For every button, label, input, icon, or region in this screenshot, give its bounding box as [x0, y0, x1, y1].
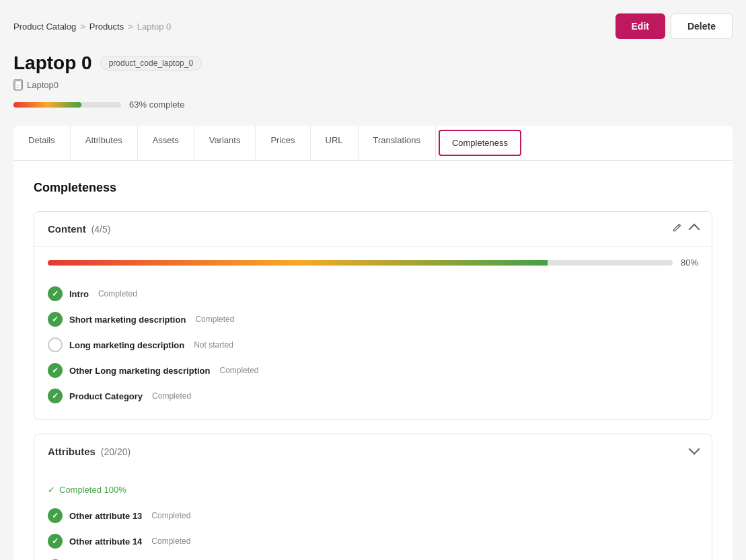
attributes-card-icons [690, 445, 698, 458]
tab-completeness[interactable]: Completeness [439, 130, 521, 156]
tabs: Details Attributes Assets Variants Price… [13, 126, 733, 161]
content-collapse-icon[interactable] [690, 223, 698, 235]
item-status-other-long-marketing: Completed [219, 366, 258, 375]
item-status-short-marketing: Completed [195, 315, 234, 324]
breadcrumb-products[interactable]: Products [89, 22, 124, 32]
product-title: Laptop 0 [13, 52, 92, 74]
content-item-short-marketing: Short marketing description Completed [48, 307, 698, 332]
attributes-collapse-icon[interactable] [690, 445, 698, 458]
status-complete-icon [48, 389, 63, 403]
content-card: Content (4/5) [34, 211, 712, 420]
item-status-long-marketing: Not started [194, 340, 233, 350]
attributes-card-body: ✓ Completed 100% Other attribute 13 Comp… [34, 469, 712, 560]
content-card-body: 80% Intro Completed Short marketing desc… [34, 247, 712, 419]
attributes-card-count: (20/20) [101, 446, 130, 457]
breadcrumb-current: Laptop 0 [137, 22, 172, 32]
attr-item-13: Other attribute 13 Completed [48, 503, 698, 528]
content-item-product-category: Product Category Completed [48, 383, 698, 409]
attr-item-15: Other attribute 15 Completed [48, 554, 698, 560]
content-progress-fill [48, 260, 548, 266]
item-name-product-category: Product Category [69, 391, 143, 401]
breadcrumb: Product Catalog > Products > Laptop 0 [13, 22, 171, 32]
status-complete-icon [48, 508, 63, 523]
overall-progress-label: 63% complete [129, 99, 184, 110]
content-card-icons [671, 223, 698, 235]
item-name-other-long-marketing: Other Long marketing description [69, 366, 210, 376]
content-progress-row: 80% [48, 257, 698, 268]
check-icon: ✓ [48, 485, 55, 495]
content-item-intro: Intro Completed [48, 281, 698, 307]
content-item-other-long-marketing: Other Long marketing description Complet… [48, 358, 698, 383]
tab-details[interactable]: Details [13, 126, 71, 160]
breadcrumb-sep1: > [80, 22, 85, 32]
item-status-intro: Completed [98, 289, 137, 298]
attributes-card-title: Attributes [48, 446, 96, 457]
content-item-long-marketing: Long marketing description Not started [48, 332, 698, 358]
edit-button[interactable]: Edit [616, 13, 665, 39]
status-complete-icon [48, 286, 63, 301]
attr-item-14: Other attribute 14 Completed [48, 528, 698, 554]
overall-progress-fill [13, 102, 81, 108]
item-name-short-marketing: Short marketing description [69, 315, 186, 325]
file-icon [13, 79, 23, 90]
tab-assets[interactable]: Assets [138, 126, 194, 160]
tab-url[interactable]: URL [311, 126, 359, 160]
page-title: Completeness [34, 181, 712, 195]
item-name-attr-14: Other attribute 14 [69, 536, 142, 547]
content-card-count: (4/5) [91, 224, 111, 235]
item-name-long-marketing: Long marketing description [69, 340, 184, 350]
tab-prices[interactable]: Prices [256, 126, 310, 160]
tab-variants[interactable]: Variants [194, 126, 256, 160]
breadcrumb-catalog[interactable]: Product Catalog [13, 22, 76, 32]
content-progress-pct: 80% [681, 257, 698, 268]
item-name-intro: Intro [69, 289, 89, 299]
completed-100-text: Completed 100% [59, 485, 126, 495]
content-card-header: Content (4/5) [34, 212, 712, 247]
chevron-down-icon [689, 444, 700, 455]
attributes-card: Attributes (20/20) ✓ Completed 100% [34, 434, 712, 560]
item-status-attr-14: Completed [151, 536, 190, 546]
content-progress-bar [48, 260, 673, 266]
overall-progress-bar [13, 102, 121, 108]
item-name-attr-13: Other attribute 13 [69, 511, 142, 521]
status-complete-icon [48, 363, 63, 378]
tab-attributes[interactable]: Attributes [71, 126, 138, 160]
content-card-title: Content [48, 223, 86, 235]
content-edit-icon[interactable] [671, 223, 682, 235]
product-filename: Laptop0 [27, 80, 59, 90]
product-header: Laptop 0 product_code_laptop_0 Laptop0 6… [13, 52, 733, 110]
status-complete-icon [48, 534, 63, 549]
attributes-completed-label: ✓ Completed 100% [48, 479, 698, 503]
item-status-product-category: Completed [152, 391, 191, 401]
tab-translations[interactable]: Translations [359, 126, 436, 160]
breadcrumb-sep2: > [128, 22, 133, 32]
status-notstarted-icon [48, 337, 63, 352]
attributes-card-header: Attributes (20/20) [34, 434, 712, 469]
item-status-attr-13: Completed [151, 511, 190, 520]
status-complete-icon [48, 312, 63, 327]
top-actions: Edit Delete [616, 13, 733, 39]
content-area: Completeness Content (4/5) [13, 161, 733, 560]
product-code-badge: product_code_laptop_0 [100, 56, 202, 71]
delete-button[interactable]: Delete [671, 13, 733, 39]
chevron-up-icon [689, 224, 700, 235]
